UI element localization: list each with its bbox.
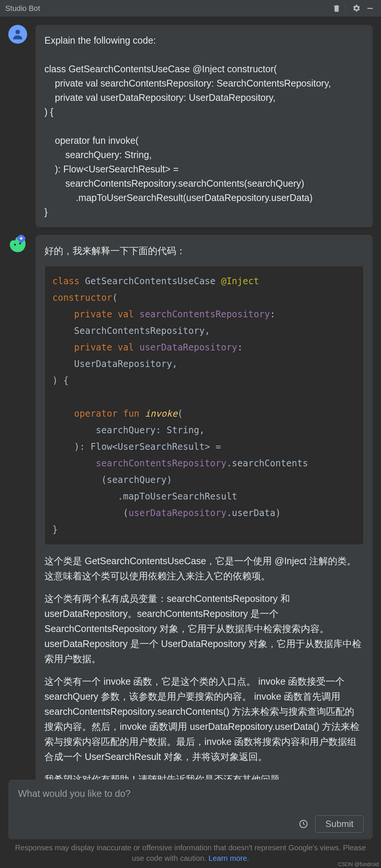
titlebar: Studio Bot [0,0,381,17]
svg-point-3 [19,242,21,244]
bot-para-3: 这个类有一个 invoke 函数，它是这个类的入口点。 invoke 函数接受一… [44,674,364,764]
svg-rect-0 [367,8,373,9]
learn-more-link[interactable]: Learn more [209,854,247,862]
user-avatar [8,25,27,44]
disclaimer-suffix: . [247,854,249,862]
chat-area: Explain the following code: class GetSea… [0,17,381,781]
prompt-input[interactable] [17,788,365,799]
minimize-icon[interactable] [364,3,376,14]
user-message-row: Explain the following code: class GetSea… [8,25,373,227]
bot-avatar [8,235,27,254]
disclaimer-text: Responses may display inaccurate or offe… [15,844,366,862]
input-box: Submit [8,780,373,839]
history-icon[interactable] [299,819,308,829]
window-title: Studio Bot [5,4,329,13]
bot-message-row: 好的，我来解释一下下面的代码： class GetSearchContentsU… [8,235,373,781]
user-message-bubble: Explain the following code: class GetSea… [35,25,373,227]
input-area: Submit [0,780,381,839]
gear-icon[interactable] [351,3,362,14]
bot-intro-text: 好的，我来解释一下下面的代码： [44,243,364,258]
svg-point-1 [15,30,20,34]
svg-point-2 [14,244,16,246]
user-message-text: Explain the following code: class GetSea… [44,33,364,219]
bot-message-bubble: 好的，我来解释一下下面的代码： class GetSearchContentsU… [35,235,373,781]
trash-icon[interactable] [331,3,342,14]
bot-para-1: 这个类是 GetSearchContentsUseCase，它是一个使用 @In… [44,553,364,583]
watermark-text: CSDN @fundroid [338,861,379,867]
bot-para-2: 这个类有两个私有成员变量：searchContentsRepository 和 … [44,591,364,666]
bot-code-block: class GetSearchContentsUseCase @Inject c… [44,266,364,545]
disclaimer-footer: Responses may display inaccurate or offe… [0,842,381,863]
titlebar-divider [345,4,346,12]
submit-button[interactable]: Submit [315,815,364,833]
